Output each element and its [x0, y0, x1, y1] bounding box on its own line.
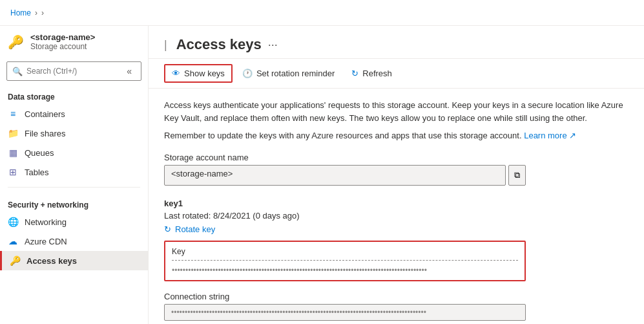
description-1: Access keys authenticate your applicatio…: [164, 99, 628, 124]
copy-icon: ⧉: [514, 170, 520, 180]
file-shares-icon: 📁: [8, 128, 18, 138]
sidebar-item-azure-cdn[interactable]: ☁ Azure CDN: [0, 232, 148, 251]
sidebar-item-label-tables: Tables: [25, 167, 49, 177]
search-input[interactable]: [26, 67, 119, 76]
sidebar-item-file-shares[interactable]: 📁 File shares: [0, 124, 148, 143]
refresh-label: Refresh: [362, 69, 392, 78]
main-content: | Access keys ··· 👁 Show keys 🕐 Set rota…: [149, 26, 644, 324]
storage-account-name-label: Storage account name: [164, 153, 628, 162]
copy-storage-name-button[interactable]: ⧉: [508, 165, 526, 186]
key1-title: key1: [164, 199, 628, 208]
eye-icon: 👁: [172, 69, 180, 78]
topbar: Home › ›: [0, 0, 644, 26]
sidebar-scroll: Data storage ≡ Containers 📁 File shares …: [0, 85, 148, 324]
tables-icon: ⊞: [8, 167, 18, 177]
connection-string-section: Connection string ••••••••••••••••••••••…: [164, 292, 628, 321]
breadcrumb-home[interactable]: Home: [10, 8, 31, 17]
rotation-label: Set rotation reminder: [256, 69, 335, 78]
toolbar: 👁 Show keys 🕐 Set rotation reminder ↻ Re…: [149, 59, 644, 89]
breadcrumb: Home › ›: [10, 8, 44, 17]
rotate-key-button[interactable]: ↻ Rotate key: [164, 224, 628, 234]
sidebar-item-label-azure-cdn: Azure CDN: [25, 237, 67, 246]
show-keys-button[interactable]: 👁 Show keys: [164, 64, 233, 83]
description-2: Remember to update the keys with any Azu…: [164, 129, 628, 142]
key1-last-rotated: Last rotated: 8/24/2021 (0 days ago): [164, 211, 628, 221]
content-area: Access keys authenticate your applicatio…: [149, 89, 644, 324]
key1-section: key1 Last rotated: 8/24/2021 (0 days ago…: [164, 199, 628, 321]
show-keys-label: Show keys: [184, 69, 225, 78]
sidebar-item-label-file-shares: File shares: [25, 129, 66, 138]
connection-string-label: Connection string: [164, 292, 628, 301]
section-label-data-storage: Data storage: [0, 85, 148, 104]
breadcrumb-sep-1: ›: [35, 8, 37, 17]
containers-icon: ≡: [8, 109, 18, 119]
storage-name-input: <storage-name>: [164, 165, 506, 186]
sidebar: 🔑 <storage-name> Storage account 🔍 « Dat…: [0, 26, 149, 324]
refresh-icon: ↻: [351, 69, 358, 78]
collapse-button[interactable]: «: [123, 65, 136, 78]
refresh-button[interactable]: ↻ Refresh: [344, 65, 399, 82]
sidebar-item-access-keys[interactable]: 🔑 Access keys: [0, 251, 148, 270]
sidebar-item-label-access-keys: Access keys: [26, 256, 77, 266]
access-keys-sidebar-icon: 🔑: [10, 255, 20, 266]
clock-icon: 🕐: [242, 69, 253, 78]
storage-icon: 🔑: [8, 34, 24, 50]
search-icon: 🔍: [12, 67, 23, 76]
rotate-key-label: Rotate key: [175, 224, 215, 234]
storage-account-type: Storage account: [30, 42, 95, 51]
main-header: | Access keys ···: [149, 26, 644, 59]
queues-icon: ▦: [8, 147, 18, 158]
sidebar-header: 🔑 <storage-name> Storage account: [0, 26, 148, 58]
sidebar-item-containers[interactable]: ≡ Containers: [0, 104, 148, 124]
page-title: Access keys: [176, 36, 262, 53]
breadcrumb-sep-2: ›: [41, 8, 44, 17]
more-options-button[interactable]: ···: [268, 38, 278, 52]
header-divider: |: [164, 38, 167, 52]
search-box[interactable]: 🔍 «: [6, 61, 141, 81]
storage-account-name: <storage-name>: [30, 32, 95, 42]
sidebar-item-queues[interactable]: ▦ Queues: [0, 143, 148, 162]
sidebar-item-tables[interactable]: ⊞ Tables: [0, 162, 148, 182]
storage-name-row: <storage-name> ⧉: [164, 165, 526, 186]
learn-more-link[interactable]: Learn more ↗: [524, 131, 576, 140]
rotate-icon: ↻: [164, 224, 171, 234]
set-rotation-reminder-button[interactable]: 🕐 Set rotation reminder: [235, 65, 342, 82]
sidebar-divider-1: [8, 187, 140, 188]
networking-icon: 🌐: [8, 217, 18, 227]
section-label-security: Security + networking: [0, 193, 148, 212]
key1-field-box: Key ••••••••••••••••••••••••••••••••••••…: [164, 241, 526, 281]
sidebar-item-label-containers: Containers: [25, 109, 65, 119]
azure-cdn-icon: ☁: [8, 236, 18, 246]
sidebar-item-label-queues: Queues: [25, 148, 54, 158]
key1-field-label: Key: [172, 247, 518, 256]
sidebar-item-networking[interactable]: 🌐 Networking: [0, 212, 148, 232]
sidebar-item-label-networking: Networking: [25, 217, 67, 227]
connection-string-value: ••••••••••••••••••••••••••••••••••••••••…: [164, 304, 526, 321]
key1-value: ••••••••••••••••••••••••••••••••••••••••…: [172, 260, 518, 275]
